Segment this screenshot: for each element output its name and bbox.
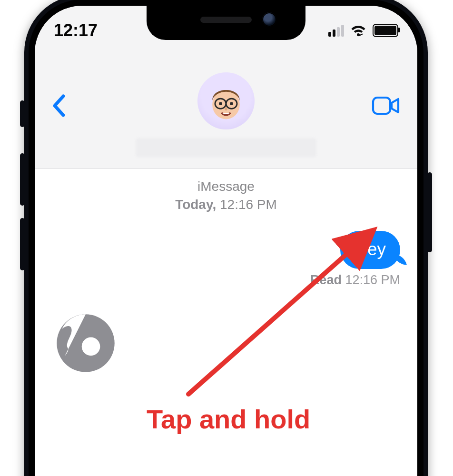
wifi-icon xyxy=(350,24,367,37)
read-label: Read xyxy=(310,273,342,287)
battery-icon xyxy=(373,24,398,37)
contact-avatar[interactable] xyxy=(197,72,255,129)
phone-screen: 12:17 xyxy=(35,6,417,476)
status-bar: 12:17 xyxy=(35,19,417,42)
read-time: 12:16 PM xyxy=(345,273,400,287)
volume-up-button xyxy=(20,153,25,206)
conversation-area[interactable]: iMessage Today, 12:16 PM Hey Read 12:16 … xyxy=(35,169,417,288)
facetime-button[interactable] xyxy=(368,91,400,120)
status-time: 12:17 xyxy=(54,20,98,40)
power-button xyxy=(427,172,432,252)
thread-timestamp: iMessage Today, 12:16 PM xyxy=(35,178,417,214)
svg-point-8 xyxy=(225,107,227,110)
cellular-signal-icon xyxy=(328,25,344,37)
volume-down-button xyxy=(20,218,25,270)
date-time: 12:16 PM xyxy=(220,197,277,212)
svg-point-7 xyxy=(230,102,233,105)
svg-rect-1 xyxy=(373,98,390,114)
swirl-icon xyxy=(53,310,118,376)
messages-header: 12:17 xyxy=(35,6,417,169)
service-label: iMessage xyxy=(35,178,417,196)
mute-switch xyxy=(20,100,25,127)
svg-point-11 xyxy=(57,314,114,372)
back-button[interactable] xyxy=(52,91,80,120)
message-bubble-outgoing[interactable]: Hey xyxy=(340,231,400,269)
svg-point-6 xyxy=(219,102,222,105)
message-text: Hey xyxy=(355,239,386,259)
date-prefix: Today, xyxy=(175,197,216,212)
svg-point-0 xyxy=(357,33,360,36)
read-receipt: Read 12:16 PM xyxy=(35,269,417,288)
contact-name-redacted xyxy=(136,138,316,157)
